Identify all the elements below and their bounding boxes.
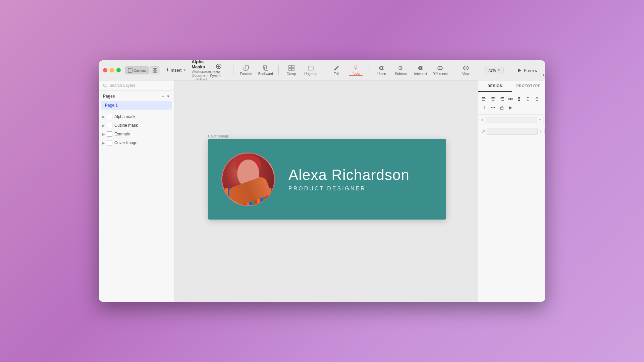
backward-action[interactable]: Backward	[259, 65, 272, 76]
main-area: Pages + ▾ Page 1 ▶ Alpha mask ▶ Out	[99, 80, 545, 302]
intersect-icon	[417, 65, 424, 71]
canvas-area[interactable]: Cover Image Alexa Richardson PRODUCT DES…	[174, 80, 478, 302]
svg-rect-34	[492, 97, 495, 98]
maximize-button[interactable]	[116, 68, 121, 72]
collaborate-button[interactable]: A Collaborate	[543, 63, 545, 77]
w-input[interactable]	[487, 128, 538, 135]
union-action[interactable]: Union	[375, 65, 388, 76]
svg-rect-15	[292, 68, 294, 71]
canvas-view-icon	[128, 68, 132, 73]
edit-icon	[333, 65, 340, 71]
svg-rect-12	[289, 65, 291, 68]
grid-view-button[interactable]	[150, 66, 160, 74]
svg-rect-42	[512, 98, 513, 100]
svg-point-48	[494, 107, 495, 108]
svg-point-46	[491, 107, 492, 108]
distribute-v-button[interactable]	[515, 95, 523, 103]
chevron-right-icon: ▶	[102, 115, 105, 119]
layer-group-icon	[107, 131, 112, 137]
lock-icon	[499, 105, 504, 110]
separator5	[453, 65, 453, 75]
layer-item[interactable]: ▶ Example	[99, 130, 174, 138]
y-input[interactable]	[543, 117, 545, 123]
grid-view-icon	[153, 68, 157, 73]
preview-label: Preview	[524, 68, 537, 72]
add-page-button[interactable]: +	[161, 94, 165, 99]
separator4	[369, 65, 369, 75]
svg-rect-16	[308, 66, 314, 70]
insert-button[interactable]: + Insert ▼	[166, 67, 186, 74]
minimize-button[interactable]	[110, 68, 114, 72]
svg-point-47	[493, 107, 494, 108]
view-action[interactable]: View	[459, 65, 473, 76]
forward-icon	[243, 65, 250, 71]
w-label: W	[482, 130, 485, 133]
pages-menu-button[interactable]: ▾	[166, 94, 170, 99]
page-name: Page 1	[105, 103, 118, 108]
flip-v-button[interactable]	[533, 95, 541, 103]
svg-rect-43	[518, 97, 520, 98]
tab-design[interactable]: DESIGN	[478, 80, 512, 92]
canvas-view-button[interactable]: Canvas	[125, 66, 149, 74]
ungroup-action[interactable]: Ungroup	[304, 65, 318, 76]
svg-rect-32	[482, 99, 486, 99]
search-layers-input[interactable]	[109, 83, 170, 88]
zoom-level: 71%	[488, 68, 496, 73]
search-icon	[103, 83, 107, 88]
arrow-right-button[interactable]: ▶	[506, 104, 515, 112]
xy-row: X Y	[478, 115, 545, 125]
svg-rect-14	[289, 68, 291, 71]
flip-h-button[interactable]	[524, 95, 532, 103]
forward-action[interactable]: Forward	[239, 65, 253, 76]
edit-action[interactable]: Edit	[330, 65, 343, 76]
h-label: H	[540, 130, 542, 133]
intersect-action[interactable]: Intersect	[414, 65, 427, 76]
tab-prototype[interactable]: PROTOTYPE	[512, 80, 545, 92]
plus-icon: +	[166, 67, 169, 74]
page-item-1[interactable]: Page 1	[101, 101, 172, 110]
tools-action[interactable]: Tools	[349, 64, 363, 76]
align-center-icon	[491, 97, 495, 101]
svg-rect-40	[508, 98, 509, 100]
x-input[interactable]	[486, 117, 537, 123]
lock-button[interactable]	[498, 104, 506, 112]
layer-item[interactable]: ▶ Outline mask	[99, 121, 174, 130]
close-button[interactable]	[103, 68, 107, 72]
create-symbol-action[interactable]: Create Symbol	[210, 63, 227, 78]
svg-line-30	[106, 86, 107, 87]
align-right-button[interactable]	[498, 95, 506, 103]
profile-circle-inner	[222, 154, 274, 205]
layer-item[interactable]: ▶ Cover Image	[99, 138, 174, 147]
distribute-v-icon	[517, 97, 522, 101]
layer-name: Alpha mask	[114, 114, 171, 119]
distribute-h-button[interactable]	[506, 95, 515, 103]
flip-v-icon	[534, 97, 539, 101]
svg-rect-39	[501, 100, 504, 101]
svg-rect-0	[128, 68, 132, 72]
insert-dropdown-icon: ▼	[183, 68, 186, 72]
svg-point-26	[465, 67, 467, 69]
text-align-button[interactable]: T	[480, 104, 488, 112]
more-align-button[interactable]	[489, 104, 497, 112]
align-center-button[interactable]	[489, 95, 497, 103]
difference-action[interactable]: Difference	[433, 65, 447, 76]
group-action[interactable]: Group	[285, 65, 298, 76]
align-left-button[interactable]	[480, 95, 488, 103]
canvas-label: Canvas	[133, 68, 146, 72]
separator	[233, 65, 233, 75]
svg-rect-3	[153, 71, 155, 72]
app-window: Canvas + Insert ▼ Alpha Masks Workspace …	[99, 60, 545, 302]
preview-button[interactable]: Preview	[516, 67, 537, 74]
zoom-control[interactable]: 71% ▼	[485, 67, 504, 74]
align-left-icon	[482, 97, 487, 101]
h-input[interactable]	[544, 128, 545, 135]
separator3	[324, 65, 324, 75]
align-right-icon	[499, 97, 504, 101]
subtract-action[interactable]: Subtract	[394, 65, 408, 76]
search-bar	[99, 80, 174, 91]
tools-icon	[353, 64, 359, 71]
svg-rect-2	[155, 68, 157, 70]
layer-item[interactable]: ▶ Alpha mask	[99, 112, 174, 121]
card-job-title: PRODUCT DESIGNER	[288, 186, 433, 192]
title-bar: Canvas + Insert ▼ Alpha Masks Workspace …	[99, 60, 545, 80]
